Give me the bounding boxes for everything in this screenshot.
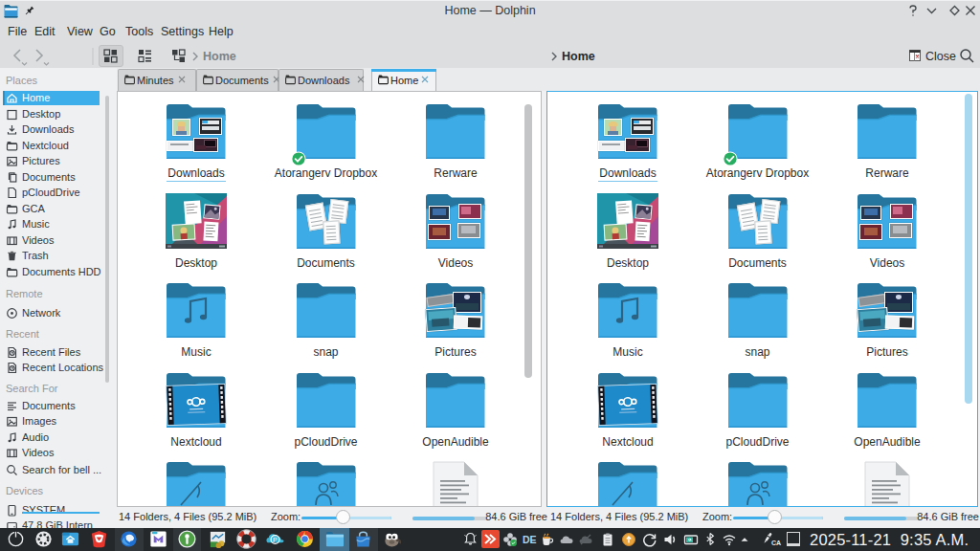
svg-text:P: P bbox=[273, 537, 278, 544]
